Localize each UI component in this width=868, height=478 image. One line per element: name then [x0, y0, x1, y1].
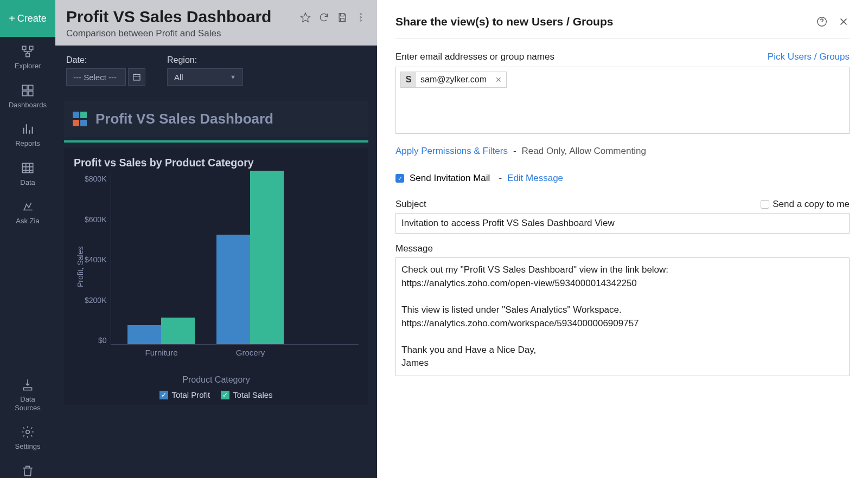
header-bar: Profit VS Sales Dashboard Comparison bet… [55, 0, 377, 46]
share-title: Share the view(s) to new Users / Groups [395, 15, 613, 28]
sidebar-item-explorer[interactable]: Explorer [0, 37, 55, 76]
chip-email: sam@zylker.com [416, 75, 491, 85]
dashboards-icon [21, 83, 35, 98]
email-chip: S sam@zylker.com ✕ [400, 72, 507, 88]
subject-input[interactable] [395, 213, 850, 234]
refresh-icon[interactable] [318, 12, 329, 23]
page-title: Profit VS Sales Dashboard [66, 8, 290, 26]
plus-icon: + [9, 12, 15, 25]
legend-check-icon: ✓ [159, 391, 168, 399]
x-axis-labels: Furniture Grocery [111, 348, 359, 357]
bar-group [216, 171, 284, 344]
more-icon[interactable] [355, 12, 366, 23]
svg-rect-5 [22, 91, 27, 96]
date-select[interactable]: --- Select --- [66, 68, 126, 86]
sidebar-item-askzia[interactable]: Ask Zia [0, 192, 55, 231]
sidebar-item-datasources[interactable]: Data Sources [0, 370, 55, 417]
reports-icon [21, 122, 35, 136]
bar [216, 235, 250, 344]
svg-rect-4 [28, 85, 33, 90]
share-panel: Share the view(s) to new Users / Groups … [377, 0, 868, 478]
svg-point-11 [360, 20, 362, 22]
svg-rect-2 [26, 53, 30, 57]
filter-row: Date: --- Select --- Region: All ▼ [55, 46, 377, 95]
chart-legend: ✓ Total Profit ✓ Total Sales [74, 390, 359, 399]
y-axis-ticks: $800K $600K $400K $200K $0 [85, 175, 111, 359]
bar [127, 325, 161, 344]
svg-rect-0 [22, 46, 26, 50]
bar-group [127, 318, 195, 344]
main-content: Profit VS Sales Dashboard Comparison bet… [55, 0, 377, 478]
x-axis-label: Product Category [74, 375, 359, 385]
dashboard-logo-icon [73, 112, 88, 127]
datasources-icon [21, 378, 35, 392]
send-invitation-checkbox[interactable]: ✓ [395, 174, 404, 183]
edit-message-link[interactable]: Edit Message [507, 173, 563, 184]
trash-icon [21, 464, 35, 478]
email-field-label: Enter email addresses or group names [395, 51, 554, 62]
apply-permissions-link[interactable]: Apply Permissions & Filters [395, 146, 508, 157]
send-copy-checkbox[interactable]: ✓ [761, 200, 769, 209]
sidebar: + Create Explorer Dashboards Reports Dat… [0, 0, 55, 478]
sidebar-item-dashboards[interactable]: Dashboards [0, 76, 55, 115]
send-copy-label: Send a copy to me [773, 199, 850, 210]
region-label: Region: [167, 55, 243, 65]
pick-users-link[interactable]: Pick Users / Groups [768, 51, 850, 62]
chart-panel: Profit vs Sales by Product Category Prof… [64, 148, 368, 405]
svg-point-8 [26, 430, 30, 434]
send-invitation-label: Send Invitation Mail [410, 173, 490, 184]
close-icon[interactable] [838, 16, 850, 28]
sidebar-item-data[interactable]: Data [0, 153, 55, 192]
svg-rect-6 [28, 91, 33, 96]
create-label: Create [17, 13, 47, 24]
sidebar-item-label: Explorer [15, 62, 41, 70]
page-subtitle: Comparison between Profit and Sales [66, 28, 290, 39]
sidebar-item-trash[interactable] [0, 456, 55, 478]
y-axis-label: Profit, Sales [74, 175, 85, 359]
sidebar-item-label: Settings [15, 442, 41, 451]
region-select[interactable]: All ▼ [167, 68, 243, 86]
gear-icon [21, 425, 35, 439]
svg-point-9 [360, 14, 362, 15]
svg-rect-12 [133, 74, 140, 80]
sidebar-item-label: Reports [15, 139, 40, 148]
dashboard-title-panel: Profit VS Sales Dashboard [64, 101, 368, 137]
legend-item-sales[interactable]: ✓ Total Sales [221, 390, 272, 399]
message-label: Message [395, 243, 850, 254]
help-icon[interactable] [816, 16, 828, 28]
svg-rect-1 [29, 46, 33, 50]
chip-remove-icon[interactable]: ✕ [491, 75, 506, 84]
data-icon [21, 161, 35, 175]
svg-rect-3 [22, 85, 27, 90]
bar [161, 318, 195, 344]
sidebar-item-label: Ask Zia [16, 217, 39, 225]
create-button[interactable]: + Create [0, 0, 55, 37]
chart-plot: Furniture Grocery [111, 175, 359, 345]
message-textarea[interactable]: Check out my "Profit VS Sales Dashboard"… [395, 257, 850, 376]
sidebar-item-label: Data Sources [15, 395, 41, 412]
calendar-button[interactable] [128, 68, 145, 86]
bar [250, 171, 284, 344]
calendar-icon [132, 73, 141, 81]
date-label: Date: [66, 55, 145, 65]
email-chip-input[interactable]: S sam@zylker.com ✕ [395, 67, 850, 134]
legend-item-profit[interactable]: ✓ Total Profit [159, 390, 210, 399]
askzia-icon [21, 199, 35, 214]
chart-title: Profit vs Sales by Product Category [74, 157, 359, 169]
dashboard-title: Profit VS Sales Dashboard [95, 111, 273, 127]
sidebar-item-label: Dashboards [9, 101, 47, 109]
sidebar-item-settings[interactable]: Settings [0, 417, 55, 456]
dashboard-divider [64, 140, 368, 143]
save-icon[interactable] [337, 12, 348, 23]
chip-avatar: S [401, 72, 416, 87]
subject-label: Subject [395, 199, 426, 210]
svg-rect-7 [22, 163, 33, 172]
legend-check-icon: ✓ [221, 391, 229, 399]
explorer-icon [21, 44, 35, 59]
svg-point-10 [360, 17, 362, 18]
star-icon[interactable] [300, 12, 311, 23]
sidebar-item-label: Data [20, 178, 35, 187]
permissions-summary: Read Only, Allow Commenting [522, 146, 646, 157]
sidebar-item-reports[interactable]: Reports [0, 114, 55, 153]
chevron-down-icon: ▼ [230, 74, 236, 80]
